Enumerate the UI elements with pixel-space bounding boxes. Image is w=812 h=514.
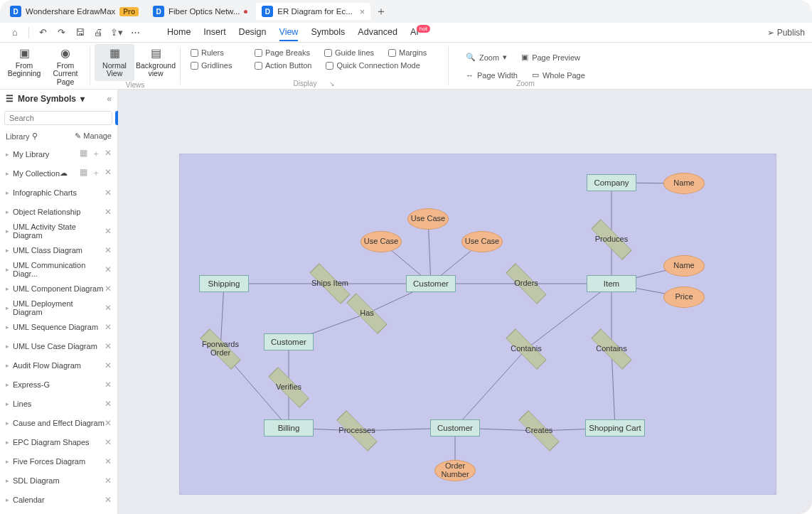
rulers-checkbox[interactable]: Rulers <box>191 48 240 57</box>
document-tab-0[interactable]: D Fiber Optics Netw... <box>147 3 253 20</box>
document-tab-1[interactable]: D ER Diagram for Ec... × <box>256 3 370 20</box>
relationship-creates[interactable]: Creates <box>517 419 561 442</box>
from-beginning-button[interactable]: ▣ From Beginning <box>4 44 44 89</box>
symbol-search-input[interactable] <box>4 111 112 125</box>
symbol-category-item[interactable]: ▸Audit Flow Diagram✕ <box>0 355 117 375</box>
close-icon[interactable]: ✕ <box>105 437 112 447</box>
menu-ai[interactable]: AIhot <box>410 24 432 41</box>
new-tab-button[interactable]: ＋ <box>373 4 389 19</box>
attribute-name_company[interactable]: Name <box>663 173 705 194</box>
redo-button[interactable]: ↷ <box>53 25 69 41</box>
symbol-category-item[interactable]: ▸Object Relationship✕ <box>0 202 117 221</box>
menu-design[interactable]: Design <box>239 24 267 41</box>
entity-customer1[interactable]: Customer <box>406 275 456 292</box>
grid-icon[interactable]: ▦ <box>80 148 87 160</box>
close-icon[interactable]: ✕ <box>105 148 112 160</box>
close-icon[interactable]: × <box>360 6 365 17</box>
menu-symbols[interactable]: Symbols <box>311 24 345 41</box>
home-icon-button[interactable]: ⌂ <box>7 25 23 41</box>
close-icon[interactable]: ✕ <box>105 303 112 313</box>
relationship-has[interactable]: Has <box>345 302 389 325</box>
close-icon[interactable]: ✕ <box>105 399 112 409</box>
gridlines-checkbox[interactable]: Gridlines <box>191 61 240 70</box>
manage-button[interactable]: ✎ Manage <box>75 132 112 141</box>
symbol-category-item[interactable]: ▸UML Communication Diagr...✕ <box>0 259 117 279</box>
symbol-category-item[interactable]: ▸Infographic Charts✕ <box>0 183 117 202</box>
page-preview-button[interactable]: ▣Page Preview <box>521 53 580 62</box>
symbol-category-item[interactable]: ▸UML Deployment Diagram✕ <box>0 298 117 317</box>
symbol-category-item[interactable]: ▸Lines✕ <box>0 394 117 413</box>
symbol-category-item[interactable]: ▸My Collection ☁▦＋✕ <box>0 164 117 183</box>
close-icon[interactable]: ✕ <box>105 207 112 217</box>
relationship-ships[interactable]: Ships Item <box>308 272 352 295</box>
grid-icon[interactable]: ▦ <box>80 167 87 179</box>
entity-billing[interactable]: Billing <box>264 419 314 437</box>
group-expand-icon[interactable]: ↘ <box>329 80 335 87</box>
whole-page-button[interactable]: ▭Whole Page <box>532 70 585 80</box>
close-icon[interactable]: ✕ <box>105 418 112 428</box>
undo-button[interactable]: ↶ <box>35 25 50 41</box>
relationship-produces[interactable]: Produces <box>589 228 634 251</box>
symbol-category-item[interactable]: ▸UML Component Diagram✕ <box>0 279 117 298</box>
close-icon[interactable]: ✕ <box>105 380 112 390</box>
guide-lines-checkbox[interactable]: Guide lines <box>324 48 374 57</box>
relationship-forwards[interactable]: Fporwards Order <box>198 338 242 360</box>
close-icon[interactable]: ✕ <box>105 495 112 505</box>
save-button[interactable]: 🖫 <box>72 25 87 41</box>
symbol-category-item[interactable]: ▸UML Class Diagram✕ <box>0 240 117 259</box>
symbol-category-item[interactable]: ▸EPC Diagram Shapes✕ <box>0 432 117 451</box>
plus-icon[interactable]: ＋ <box>92 148 100 160</box>
attribute-usecase_right[interactable]: Use Case <box>461 231 503 252</box>
quick-connection-checkbox[interactable]: Quick Connection Mode <box>326 61 425 70</box>
relationship-processes[interactable]: Processes <box>335 419 379 442</box>
symbol-category-item[interactable]: ▸UML Sequence Diagram✕ <box>0 317 117 336</box>
close-icon[interactable]: ✕ <box>105 322 112 332</box>
close-icon[interactable]: ✕ <box>105 245 112 255</box>
attribute-usecase_top[interactable]: Use Case <box>407 208 449 230</box>
close-icon[interactable]: ✕ <box>105 360 112 370</box>
symbol-category-item[interactable]: ▸Five Forces Diagram✕ <box>0 451 117 471</box>
symbol-category-item[interactable]: ▸UML Activity State Diagram✕ <box>0 221 117 240</box>
entity-shipping[interactable]: Shipping <box>199 275 249 292</box>
hamburger-icon[interactable]: ☰ <box>6 94 14 104</box>
page-breaks-checkbox[interactable]: Page Breaks <box>255 48 310 57</box>
menu-insert[interactable]: Insert <box>203 24 225 41</box>
print-button[interactable]: 🖨 <box>90 25 106 41</box>
entity-company[interactable]: Company <box>587 174 636 191</box>
pin-icon[interactable]: ⚲ <box>32 132 38 141</box>
entity-cart[interactable]: Shopping Cart <box>585 419 645 437</box>
close-icon[interactable]: ✕ <box>105 341 112 351</box>
from-current-page-button[interactable]: ◉ From Current Page <box>46 44 85 89</box>
background-view-button[interactable]: ▤ Background view <box>136 44 176 81</box>
close-icon[interactable]: ✕ <box>105 264 112 274</box>
export-button[interactable]: ⇪▾ <box>109 25 124 41</box>
close-icon[interactable]: ✕ <box>105 456 112 466</box>
close-icon[interactable]: ✕ <box>105 226 112 236</box>
publish-button[interactable]: ➢ Publish <box>767 28 805 38</box>
entity-customer3[interactable]: Customer <box>430 419 480 437</box>
margins-checkbox[interactable]: Margins <box>388 48 438 57</box>
entity-item[interactable]: Item <box>587 275 636 292</box>
plus-icon[interactable]: ＋ <box>92 167 100 179</box>
close-icon[interactable]: ✕ <box>105 167 112 179</box>
close-icon[interactable]: ✕ <box>105 188 112 198</box>
attribute-usecase_left[interactable]: Use Case <box>360 231 402 252</box>
symbol-category-item[interactable]: ▸SDL Diagram✕ <box>0 471 117 490</box>
symbol-category-item[interactable]: ▸Express-G✕ <box>0 375 117 394</box>
zoom-button[interactable]: 🔍Zoom▾ <box>466 53 507 62</box>
relationship-orders[interactable]: Orders <box>504 272 548 295</box>
attribute-ordernum[interactable]: Order Number <box>434 460 476 481</box>
symbol-category-item[interactable]: ▸Cause and Effect Diagram✕ <box>0 413 117 432</box>
close-icon[interactable]: ✕ <box>105 284 112 294</box>
close-icon[interactable]: ✕ <box>105 476 112 486</box>
page-width-button[interactable]: ↔Page Width <box>466 71 518 80</box>
relationship-verifies[interactable]: Verifies <box>267 376 311 399</box>
symbol-category-item[interactable]: ▸My Library▦＋✕ <box>0 144 117 164</box>
attribute-name_item[interactable]: Name <box>663 255 705 277</box>
diagram-page[interactable]: CompanyShippingCustomerItemCustomerBilli… <box>179 154 776 495</box>
qat-more-button[interactable]: ⋯ <box>127 25 143 41</box>
attribute-price[interactable]: Price <box>663 287 705 308</box>
relationship-contanis[interactable]: Contanis <box>504 338 548 360</box>
action-button-checkbox[interactable]: Action Button <box>255 61 311 70</box>
menu-advanced[interactable]: Advanced <box>358 24 397 41</box>
